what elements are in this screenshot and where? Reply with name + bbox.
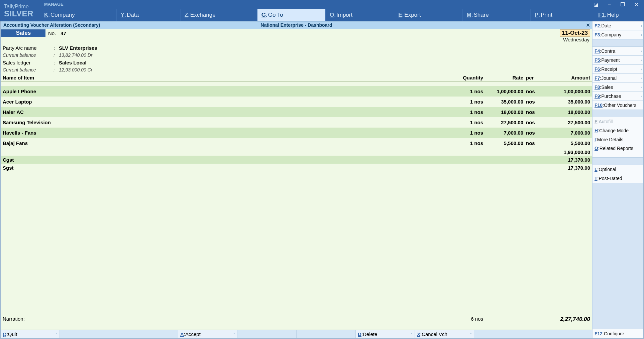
- item-qty: 1 nos: [450, 120, 483, 125]
- action-empty-6: [533, 330, 592, 338]
- col-per: per: [523, 75, 540, 80]
- table-row[interactable]: Acer Laptop1 nos35,000.00nos35,000.00: [1, 97, 592, 107]
- item-name: Apple I Phone: [3, 89, 450, 94]
- item-qty: 1 nos: [450, 130, 483, 136]
- action-delete[interactable]: D:Delete˄: [355, 330, 415, 338]
- col-name: Name of Item: [3, 75, 450, 80]
- side-change-mode[interactable]: H:Change Mode: [593, 126, 643, 135]
- voucher-content: Accounting Voucher Alteration (Secondary…: [1, 21, 593, 338]
- menu-share[interactable]: M:Share: [462, 9, 530, 21]
- side-f7-journal[interactable]: F7:Journal‹: [593, 74, 643, 83]
- menu-import[interactable]: O:Import: [325, 9, 394, 21]
- breadcrumb-bar: Accounting Voucher Alteration (Secondary…: [1, 21, 592, 29]
- item-per: nos: [523, 99, 540, 105]
- table-row[interactable]: Havells - Fans1 nos7,000.00nos7,000.00: [1, 128, 592, 138]
- item-per: nos: [523, 140, 540, 146]
- party-balance-label: Current balance: [3, 52, 53, 58]
- side-optional[interactable]: L:Optional: [593, 165, 643, 174]
- side-related-reports[interactable]: O:Related Reports: [593, 144, 643, 158]
- action-cancel[interactable]: X:Cancel Vch˄: [415, 330, 474, 338]
- col-amt: Amount: [540, 75, 590, 80]
- breadcrumb-close-icon[interactable]: ✕: [586, 22, 590, 28]
- action-accept[interactable]: A:Accept˄: [178, 330, 237, 338]
- action-empty-5: [474, 330, 533, 338]
- menu-help[interactable]: F1:Help: [594, 9, 644, 21]
- side-f4-contra[interactable]: F4:Contra‹: [593, 47, 643, 56]
- total-qty: 6 nos: [450, 316, 483, 322]
- item-per: nos: [523, 130, 540, 136]
- sales-balance-value: 12,93,000.00 Cr: [59, 67, 92, 72]
- manage-link[interactable]: MANAGE: [43, 2, 64, 7]
- menu-company[interactable]: K:Company: [40, 9, 116, 21]
- item-amount: 35,000.00: [540, 99, 590, 105]
- table-row[interactable]: Samsung Television1 nos27,500.00nos27,50…: [1, 117, 592, 128]
- item-name: Acer Laptop: [3, 99, 450, 105]
- action-empty-3: [237, 330, 296, 338]
- total-amount: 2,27,740.00: [540, 316, 590, 323]
- minimize-icon[interactable]: −: [608, 1, 611, 7]
- side-f12-configure[interactable]: F12:Configure: [593, 329, 643, 338]
- close-icon[interactable]: ✕: [634, 1, 639, 8]
- tax-amount: 17,370.00: [540, 157, 590, 163]
- voucher-type[interactable]: Sales: [1, 29, 45, 37]
- side-more-details[interactable]: I:More Details: [593, 135, 643, 144]
- menu-exchange[interactable]: Z:Exchange: [180, 9, 257, 21]
- side-panel: F2:Date‹ F3:Company‹ F4:Contra‹ F5:Payme…: [593, 21, 643, 338]
- side-f6-receipt[interactable]: F6:Receipt‹: [593, 65, 643, 74]
- party-details: Party A/c name : SLV Enterprises Current…: [1, 44, 592, 74]
- item-amount: 5,500.00: [540, 140, 590, 146]
- brand-name: TallyPrime: [4, 4, 35, 10]
- table-row[interactable]: Apple I Phone1 nos1,00,000.00nos1,00,000…: [1, 86, 592, 97]
- item-rate: 1,00,000.00: [483, 89, 523, 94]
- narration-label[interactable]: Narration:: [3, 316, 53, 322]
- voucher-day: Wednesday: [562, 37, 590, 42]
- tax-row[interactable]: Cgst17,370.00: [1, 156, 592, 164]
- action-empty-1: [60, 330, 119, 338]
- maximize-icon[interactable]: ❐: [620, 1, 625, 8]
- action-quit[interactable]: Q:Quit˄: [1, 330, 60, 338]
- menu-data[interactable]: Y:Data: [116, 9, 180, 21]
- side-post-dated[interactable]: T:Post-Dated: [593, 174, 643, 183]
- sales-ledger-value[interactable]: Sales Local: [59, 60, 87, 65]
- item-name: Haier AC: [3, 109, 450, 115]
- item-name: Havells - Fans: [3, 130, 450, 136]
- side-f2-date[interactable]: F2:Date‹: [593, 21, 643, 30]
- window-controls: ◪ − ❐ ✕: [594, 1, 641, 8]
- notification-icon[interactable]: ◪: [594, 1, 599, 8]
- menu-goto[interactable]: G:Go To: [257, 9, 325, 21]
- col-qty: Quantity: [450, 75, 483, 80]
- item-rate: 18,000.00: [483, 109, 523, 115]
- items-grid: Apple I Phone1 nos1,00,000.00nos1,00,000…: [1, 81, 592, 315]
- tax-name: Cgst: [3, 157, 540, 163]
- tax-amount: 17,370.00: [540, 165, 590, 171]
- menu-export[interactable]: E:Export: [394, 9, 462, 21]
- menu-print[interactable]: P:Print: [530, 9, 594, 21]
- item-qty: 1 nos: [450, 89, 483, 94]
- side-f9-purchase[interactable]: F9:Purchase‹: [593, 92, 643, 101]
- side-autofill: F:Autofill: [593, 117, 643, 126]
- breadcrumb-left: Accounting Voucher Alteration (Secondary…: [3, 22, 100, 28]
- side-f3-company[interactable]: F3:Company‹: [593, 30, 643, 39]
- brand-edition: SILVER: [4, 10, 35, 18]
- item-amount: 27,500.00: [540, 120, 590, 125]
- item-per: nos: [523, 120, 540, 125]
- brand: TallyPrime SILVER: [0, 0, 40, 21]
- tax-name: Sgst: [3, 165, 540, 171]
- narration-row: Narration: 6 nos 2,27,740.00: [1, 315, 592, 330]
- side-f5-payment[interactable]: F5:Payment‹: [593, 56, 643, 65]
- table-row[interactable]: Haier AC1 nos18,000.00nos18,000.00: [1, 107, 592, 117]
- item-per: nos: [523, 89, 540, 94]
- sales-balance-label: Current balance: [3, 67, 53, 72]
- voucher-date[interactable]: 11-Oct-23: [560, 29, 590, 37]
- side-f10-other[interactable]: F10:Other Vouchers: [593, 101, 643, 110]
- action-empty-4: [296, 330, 355, 338]
- item-qty: 1 nos: [450, 109, 483, 115]
- item-name: Samsung Television: [3, 120, 450, 125]
- item-rate: 35,000.00: [483, 99, 523, 105]
- tax-row[interactable]: Sgst17,370.00: [1, 164, 592, 172]
- title-bar: TallyPrime SILVER MANAGE ◪ − ❐ ✕ K:Compa…: [0, 0, 644, 21]
- table-row[interactable]: Bajaj Fans1 nos5,500.00nos5,500.00: [1, 138, 592, 148]
- side-f8-sales[interactable]: F8:Sales‹: [593, 83, 643, 92]
- item-rate: 5,500.00: [483, 140, 523, 146]
- party-value[interactable]: SLV Enterprises: [59, 45, 97, 51]
